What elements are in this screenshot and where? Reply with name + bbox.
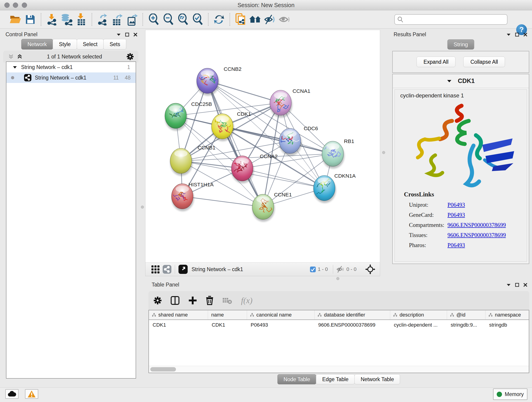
- show-columns-icon[interactable]: [171, 296, 180, 305]
- refresh-button[interactable]: [212, 12, 226, 27]
- toolbar-separator: [333, 265, 333, 274]
- node-CDC25B[interactable]: CDC25B: [165, 101, 212, 131]
- bottom-splitter-handle[interactable]: [336, 277, 339, 280]
- column-header-shared-name[interactable]: shared name: [149, 310, 208, 319]
- import-network-file-button[interactable]: [44, 12, 59, 27]
- column-header-canonical-name[interactable]: canonical name: [247, 310, 315, 319]
- warnings-button[interactable]: [25, 389, 38, 399]
- column-header-database-identifier[interactable]: database identifier: [315, 310, 390, 319]
- cloud-services-button[interactable]: [5, 389, 19, 399]
- close-panel-icon[interactable]: [523, 32, 527, 37]
- copy-network-icon: [235, 13, 246, 26]
- node-CCNE1[interactable]: CCNE1: [252, 191, 292, 222]
- table-panel: Table Panel f(x) shared namenamecanonica…: [145, 281, 532, 387]
- close-panel-icon[interactable]: [523, 283, 527, 287]
- import-network-icon: [46, 13, 57, 26]
- search-input[interactable]: [404, 17, 502, 22]
- export-image-button[interactable]: [125, 12, 139, 27]
- collapse-panel-icon[interactable]: [116, 33, 121, 36]
- birdseye-crosshair-icon[interactable]: [365, 264, 375, 274]
- open-in-window-icon[interactable]: [178, 264, 188, 274]
- show-all-button[interactable]: [277, 12, 292, 27]
- table-header-row: shared namenamecanonical namedatabase id…: [149, 310, 529, 320]
- edge-CCNB2-CCNE1[interactable]: [207, 81, 263, 207]
- node-RB1[interactable]: RB1: [322, 138, 354, 169]
- zoom-fit-button[interactable]: [176, 12, 190, 27]
- column-header--id[interactable]: @id: [447, 310, 486, 319]
- crosslink-link[interactable]: P06493: [447, 242, 465, 249]
- import-table-button[interactable]: [74, 12, 89, 27]
- network-collection-row[interactable]: String Network – cdk1 1: [6, 62, 136, 72]
- import-network-from-database-button[interactable]: [59, 12, 74, 27]
- collection-expand-icon[interactable]: [13, 66, 17, 69]
- node-CDKN1A[interactable]: CDKN1A: [313, 173, 356, 203]
- selected-checkbox-icon[interactable]: [310, 266, 316, 273]
- table-horizontal-scrollbar[interactable]: [149, 366, 529, 373]
- network-row[interactable]: String Network – cdk1 11 48: [6, 72, 136, 83]
- scrollbar-thumb[interactable]: [150, 367, 176, 371]
- tab-network[interactable]: Network: [21, 39, 53, 50]
- column-header-name[interactable]: name: [208, 310, 247, 319]
- clone-network-button[interactable]: [233, 12, 248, 27]
- network-canvas[interactable]: CCNB2CCNA1CDC25BCDK1CDC6RB1CCNB1CCNA2CDK…: [145, 30, 380, 263]
- crosslink-link[interactable]: 9606.ENSP00000378699: [447, 222, 506, 228]
- hidden-eye-icon[interactable]: [336, 266, 345, 273]
- tab-sets[interactable]: Sets: [103, 39, 126, 50]
- node-CDK1[interactable]: CDK1: [211, 111, 251, 141]
- tab-network-table[interactable]: Network Table: [355, 374, 400, 384]
- section-collapse-icon[interactable]: [447, 79, 452, 83]
- expand-all-networks-icon[interactable]: [17, 54, 22, 59]
- float-panel-icon[interactable]: [125, 32, 129, 37]
- open-session-button[interactable]: [8, 12, 23, 27]
- collapse-all-networks-icon[interactable]: [8, 54, 14, 59]
- zoom-out-button[interactable]: [161, 12, 176, 27]
- crosslink-link[interactable]: P06493: [447, 212, 465, 218]
- node-CCNA1[interactable]: CCNA1: [270, 88, 310, 118]
- crosslink-link[interactable]: P06493: [447, 202, 465, 208]
- float-panel-icon[interactable]: [515, 32, 519, 37]
- zoom-out-icon: [163, 13, 174, 26]
- column-tree-icon: [152, 313, 156, 317]
- network-share-icon[interactable]: [162, 265, 172, 274]
- node-label-RB1: RB1: [344, 138, 354, 144]
- export-network-button[interactable]: [95, 12, 110, 27]
- node-HIST1H1A[interactable]: HIST1H1A: [171, 182, 214, 211]
- column-label: description: [399, 312, 424, 318]
- collapse-panel-icon[interactable]: [506, 283, 511, 287]
- protein-section: CDK1 cyclin-dependent kinase 1: [392, 74, 529, 264]
- zoom-selected-button[interactable]: [190, 12, 205, 27]
- hide-selected-button[interactable]: [263, 12, 277, 27]
- table-options-gear-icon[interactable]: [153, 296, 162, 305]
- export-table-button[interactable]: [110, 12, 125, 27]
- column-header-namespace[interactable]: namespace: [486, 310, 529, 319]
- table-row[interactable]: CDK1CDK1P064939606.ENSP00000378699cyclin…: [149, 320, 529, 330]
- delete-column-icon[interactable]: [206, 296, 214, 305]
- node-CCNA2[interactable]: CCNA2: [231, 153, 278, 183]
- zoom-in-button[interactable]: [146, 12, 161, 27]
- save-session-button[interactable]: [23, 12, 38, 27]
- first-neighbors-button[interactable]: [248, 12, 263, 27]
- tab-edge-table[interactable]: Edge Table: [316, 374, 355, 384]
- tab-string[interactable]: String: [447, 39, 474, 50]
- tab-node-table[interactable]: Node Table: [278, 374, 317, 384]
- tab-style[interactable]: Style: [53, 39, 77, 50]
- collapse-all-button[interactable]: Collapse All: [463, 57, 505, 67]
- tab-select[interactable]: Select: [77, 39, 104, 50]
- expand-all-button[interactable]: Expand All: [417, 57, 456, 67]
- float-panel-icon[interactable]: [515, 283, 519, 287]
- table-cell: CDK1: [208, 320, 247, 330]
- right-splitter-handle[interactable]: [382, 151, 385, 154]
- close-panel-icon[interactable]: [133, 32, 138, 37]
- memory-button[interactable]: Memory: [493, 389, 527, 400]
- add-column-icon[interactable]: [188, 296, 197, 305]
- crosslink-link[interactable]: 9606.ENSP00000378699: [447, 232, 506, 238]
- column-header-description[interactable]: description: [390, 310, 447, 319]
- eye-slash-icon: [264, 14, 276, 25]
- node-CDC6[interactable]: CDC6: [279, 125, 318, 156]
- edge-HIST1H1A-CCNE1[interactable]: [182, 196, 263, 207]
- network-options-gear-icon[interactable]: [127, 53, 134, 60]
- left-splitter-handle[interactable]: [141, 206, 144, 209]
- collapse-panel-icon[interactable]: [506, 33, 511, 36]
- grid-view-icon[interactable]: [151, 265, 160, 274]
- node-CCNB2[interactable]: CCNB2: [197, 66, 242, 96]
